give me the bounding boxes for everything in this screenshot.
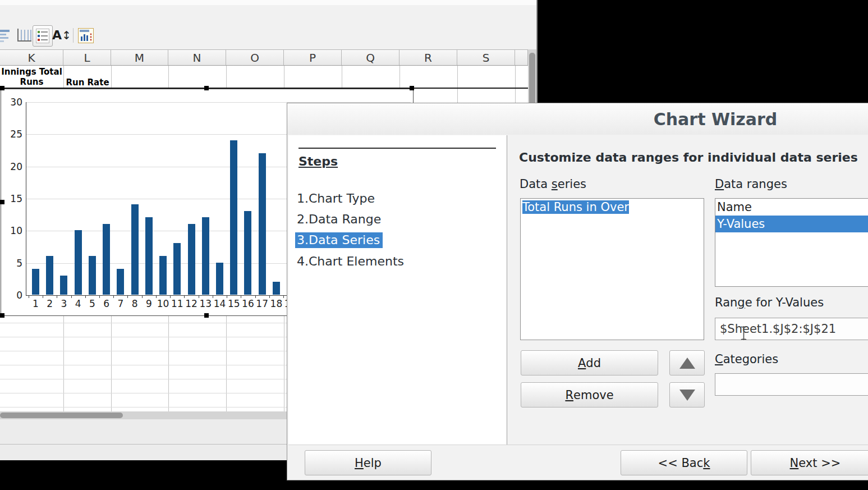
bar-over-14[interactable] (216, 263, 223, 295)
bar-over-4[interactable] (75, 230, 82, 295)
bar-over-5[interactable] (89, 256, 96, 295)
x-axis-tick-label: 8 (127, 298, 142, 309)
move-down-button[interactable] (669, 382, 705, 407)
chart-type-icon[interactable] (76, 25, 95, 45)
categories-input[interactable] (715, 373, 868, 396)
x-axis-tick (99, 296, 100, 298)
x-axis-tick (213, 296, 213, 298)
cell-l1-label: Run Rate (64, 77, 111, 88)
bar-over-6[interactable] (103, 224, 110, 295)
bar-over-15[interactable] (230, 140, 237, 295)
bar-over-1[interactable] (32, 269, 39, 295)
chart-handle-mid-left[interactable] (0, 200, 4, 204)
wizard-step-4[interactable]: 4.Chart Elements (297, 254, 404, 268)
chart-handle-bottom-middle[interactable] (204, 313, 209, 318)
bar-over-2[interactable] (46, 256, 53, 295)
x-axis-tick (85, 296, 86, 298)
move-up-button[interactable] (669, 350, 705, 375)
help-button[interactable]: Help (305, 450, 431, 475)
x-axis-tick-label: 3 (57, 298, 71, 309)
desktop: A↕ KLMNOPQRS Innings TotalRuns Run R (0, 0, 868, 490)
chart-handle-top-middle[interactable] (204, 86, 209, 90)
chart-handle-top-left[interactable] (0, 86, 4, 90)
wizard-step-3[interactable]: 3.Data Series (297, 233, 383, 247)
column-header-partial[interactable] (515, 50, 528, 65)
data-range-item-y-values[interactable]: Y-Values (715, 216, 868, 232)
data-ranges-label: Data ranges (715, 177, 787, 191)
horizontal-scrollbar-thumb[interactable] (0, 413, 123, 418)
y-axis-tick-label: 20 (3, 161, 22, 172)
column-header-K[interactable]: K (0, 50, 63, 65)
down-arrow-icon (679, 390, 695, 401)
x-axis-tick-label: 16 (241, 298, 255, 309)
column-header-Q[interactable]: Q (342, 50, 399, 65)
axes-grid-icon[interactable] (15, 25, 34, 45)
dialog-bottom-divider (288, 445, 868, 445)
wizard-step-1[interactable]: 1.Chart Type (297, 191, 375, 205)
column-header-P[interactable]: P (284, 50, 342, 65)
range-y-label: Range for Y-Values (715, 296, 824, 309)
back-button[interactable]: << Back (621, 450, 747, 475)
x-axis-tick-label: 11 (170, 298, 185, 309)
bar-over-16[interactable] (244, 211, 251, 295)
column-header-S[interactable]: S (457, 50, 515, 65)
dialog-titlebar[interactable]: Chart Wizard (287, 103, 868, 135)
y-axis-tick-label: 30 (3, 97, 22, 108)
cell-k1-label: Innings TotalRuns (1, 67, 63, 87)
x-axis-tick (71, 296, 72, 298)
bar-over-10[interactable] (159, 256, 167, 295)
x-axis-tick-label: 4 (71, 298, 85, 309)
bar-over-13[interactable] (202, 217, 209, 295)
toolbar-separator (73, 28, 74, 43)
x-axis-tick-label: 13 (198, 298, 213, 309)
remove-button[interactable]: Remove (521, 382, 658, 407)
x-axis-tick-label: 5 (85, 298, 99, 309)
x-axis-tick (127, 296, 128, 298)
bar-over-12[interactable] (188, 224, 195, 295)
legend-icon[interactable] (33, 25, 53, 47)
wizard-step-2[interactable]: 2.Data Range (297, 212, 381, 226)
bar-over-7[interactable] (117, 269, 124, 295)
titles-icon[interactable] (0, 25, 11, 45)
column-header-N[interactable]: N (168, 50, 226, 65)
data-series-listbox[interactable]: Total Runs in Over (520, 198, 704, 340)
column-header-R[interactable]: R (399, 50, 457, 65)
next-button[interactable]: Next >> (751, 450, 868, 475)
y-axis-tick-label: 0 (3, 290, 22, 301)
bar-over-9[interactable] (145, 217, 153, 295)
x-axis-tick-label: 18 (269, 298, 283, 309)
y-axis-tick-label: 5 (3, 258, 22, 269)
x-axis-tick-label: 17 (255, 298, 269, 309)
x-axis-tick-label: 6 (99, 298, 114, 309)
x-axis-tick (199, 296, 199, 298)
column-header-M[interactable]: M (111, 50, 168, 65)
scale-text-icon[interactable]: A↕ (52, 25, 71, 45)
data-range-item-name[interactable]: Name (715, 199, 868, 216)
range-y-input[interactable]: $Sheet1.$J$2:$J$21 (715, 318, 868, 340)
chart-handle-top-right[interactable] (410, 86, 414, 90)
categories-label: Categories (715, 352, 778, 366)
data-series-item[interactable]: Total Runs in Over (521, 199, 704, 216)
text-cursor (740, 326, 748, 343)
x-axis-tick-label: 1 (29, 298, 43, 309)
x-axis-tick-label: 15 (227, 298, 241, 309)
bar-over-11[interactable] (173, 243, 181, 295)
column-header-L[interactable]: L (63, 50, 111, 65)
bar-over-3[interactable] (60, 276, 67, 295)
bar-over-18[interactable] (273, 282, 280, 295)
x-axis-tick (227, 296, 227, 298)
scale-text-glyph: A↕ (52, 29, 71, 42)
chart-handle-bottom-left[interactable] (0, 313, 4, 318)
dialog-header: Customize data ranges for individual dat… (519, 150, 858, 164)
bar-over-17[interactable] (259, 153, 266, 295)
x-axis-tick (241, 296, 241, 298)
dialog-title: Chart Wizard (654, 109, 778, 129)
x-axis-tick (29, 296, 29, 298)
x-axis-tick (113, 296, 114, 298)
data-ranges-listbox[interactable]: NameY-Values (715, 198, 868, 287)
y-axis-tick-label: 25 (3, 129, 22, 140)
column-header-O[interactable]: O (226, 50, 284, 65)
steps-panel: Steps 1.Chart Type2.Data Range3.Data Ser… (288, 135, 507, 445)
add-button[interactable]: Add (521, 350, 658, 375)
bar-over-8[interactable] (131, 204, 139, 295)
